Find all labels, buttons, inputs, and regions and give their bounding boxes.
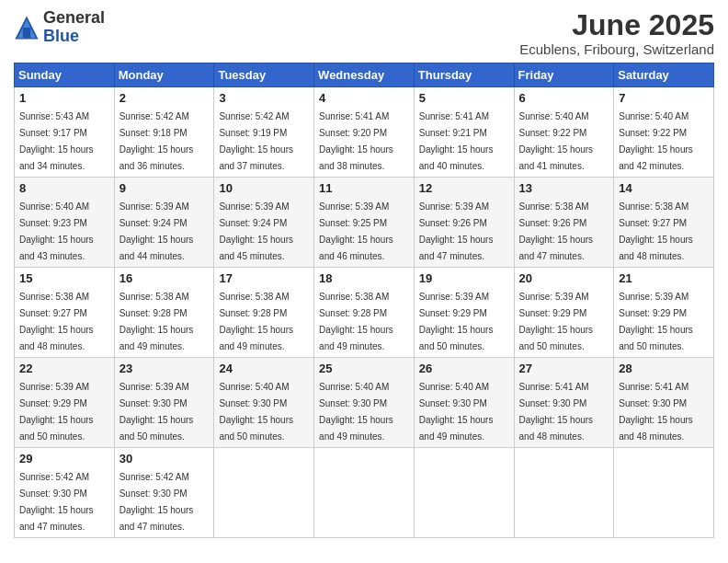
table-row: 30 Sunrise: 5:42 AMSunset: 9:30 PMDaylig… <box>114 448 214 538</box>
day-info: Sunrise: 5:42 AMSunset: 9:19 PMDaylight:… <box>219 111 293 171</box>
logo-text: General Blue <box>43 9 105 46</box>
day-number: 17 <box>219 271 309 285</box>
calendar-week-row: 15 Sunrise: 5:38 AMSunset: 9:27 PMDaylig… <box>15 268 714 358</box>
table-row <box>314 448 415 538</box>
table-row: 6 Sunrise: 5:40 AMSunset: 9:22 PMDayligh… <box>514 87 614 178</box>
day-info: Sunrise: 5:41 AMSunset: 9:30 PMDaylight:… <box>519 382 594 442</box>
day-info: Sunrise: 5:38 AMSunset: 9:27 PMDaylight:… <box>619 201 693 261</box>
day-number: 16 <box>119 271 210 285</box>
day-number: 11 <box>319 181 409 195</box>
header: General Blue June 2025 Ecublens, Fribour… <box>14 9 714 57</box>
day-number: 22 <box>19 362 109 375</box>
day-number: 14 <box>619 181 709 195</box>
title-area: June 2025 Ecublens, Fribourg, Switzerlan… <box>519 9 714 57</box>
table-row: 13 Sunrise: 5:38 AMSunset: 9:26 PMDaylig… <box>514 178 614 268</box>
day-info: Sunrise: 5:39 AMSunset: 9:29 PMDaylight:… <box>619 292 693 351</box>
day-number: 7 <box>619 91 709 105</box>
calendar-week-row: 22 Sunrise: 5:39 AMSunset: 9:29 PMDaylig… <box>15 358 714 448</box>
table-row: 15 Sunrise: 5:38 AMSunset: 9:27 PMDaylig… <box>15 268 115 358</box>
table-row: 16 Sunrise: 5:38 AMSunset: 9:28 PMDaylig… <box>114 268 214 358</box>
table-row <box>514 448 614 538</box>
calendar-header-row: Sunday Monday Tuesday Wednesday Thursday… <box>15 63 714 87</box>
col-thursday: Thursday <box>414 63 514 87</box>
table-row: 18 Sunrise: 5:38 AMSunset: 9:28 PMDaylig… <box>314 268 415 358</box>
day-number: 20 <box>519 271 609 285</box>
logo-general-text: General <box>43 9 105 28</box>
day-number: 21 <box>619 271 709 285</box>
table-row: 5 Sunrise: 5:41 AMSunset: 9:21 PMDayligh… <box>414 87 514 178</box>
table-row <box>214 448 314 538</box>
table-row: 26 Sunrise: 5:40 AMSunset: 9:30 PMDaylig… <box>414 358 514 448</box>
table-row: 2 Sunrise: 5:42 AMSunset: 9:18 PMDayligh… <box>114 87 214 178</box>
day-number: 25 <box>319 362 409 375</box>
table-row <box>614 448 714 538</box>
day-info: Sunrise: 5:38 AMSunset: 9:28 PMDaylight:… <box>219 292 293 351</box>
day-number: 19 <box>419 271 509 285</box>
table-row: 22 Sunrise: 5:39 AMSunset: 9:29 PMDaylig… <box>15 358 115 448</box>
day-info: Sunrise: 5:40 AMSunset: 9:30 PMDaylight:… <box>419 382 494 442</box>
logo-blue-text: Blue <box>43 28 105 46</box>
day-number: 24 <box>219 362 309 375</box>
col-wednesday: Wednesday <box>314 63 415 87</box>
day-info: Sunrise: 5:38 AMSunset: 9:28 PMDaylight:… <box>119 292 194 351</box>
day-number: 10 <box>219 181 309 195</box>
day-number: 2 <box>119 91 210 105</box>
day-info: Sunrise: 5:41 AMSunset: 9:20 PMDaylight:… <box>319 111 393 171</box>
day-number: 18 <box>319 271 409 285</box>
table-row <box>414 448 514 538</box>
day-number: 5 <box>419 91 509 105</box>
col-friday: Friday <box>514 63 614 87</box>
day-info: Sunrise: 5:39 AMSunset: 9:24 PMDaylight:… <box>219 201 293 261</box>
table-row: 4 Sunrise: 5:41 AMSunset: 9:20 PMDayligh… <box>314 87 415 178</box>
day-info: Sunrise: 5:40 AMSunset: 9:30 PMDaylight:… <box>219 382 293 442</box>
logo: General Blue <box>14 9 105 46</box>
calendar-table: Sunday Monday Tuesday Wednesday Thursday… <box>14 63 714 538</box>
table-row: 1 Sunrise: 5:43 AMSunset: 9:17 PMDayligh… <box>15 87 115 178</box>
day-number: 8 <box>19 181 109 195</box>
day-number: 23 <box>119 362 210 375</box>
table-row: 27 Sunrise: 5:41 AMSunset: 9:30 PMDaylig… <box>514 358 614 448</box>
month-title: June 2025 <box>519 9 714 41</box>
day-info: Sunrise: 5:38 AMSunset: 9:28 PMDaylight:… <box>319 292 393 351</box>
day-info: Sunrise: 5:40 AMSunset: 9:30 PMDaylight:… <box>319 382 393 442</box>
day-info: Sunrise: 5:40 AMSunset: 9:23 PMDaylight:… <box>19 201 94 261</box>
table-row: 23 Sunrise: 5:39 AMSunset: 9:30 PMDaylig… <box>114 358 214 448</box>
day-info: Sunrise: 5:39 AMSunset: 9:29 PMDaylight:… <box>19 382 94 442</box>
day-info: Sunrise: 5:40 AMSunset: 9:22 PMDaylight:… <box>619 111 693 171</box>
day-info: Sunrise: 5:39 AMSunset: 9:29 PMDaylight:… <box>419 292 494 351</box>
day-number: 29 <box>19 452 109 465</box>
location-title: Ecublens, Fribourg, Switzerland <box>519 41 714 57</box>
calendar-week-row: 1 Sunrise: 5:43 AMSunset: 9:17 PMDayligh… <box>15 87 714 178</box>
table-row: 28 Sunrise: 5:41 AMSunset: 9:30 PMDaylig… <box>614 358 714 448</box>
day-number: 6 <box>519 91 609 105</box>
table-row: 19 Sunrise: 5:39 AMSunset: 9:29 PMDaylig… <box>414 268 514 358</box>
day-info: Sunrise: 5:39 AMSunset: 9:24 PMDaylight:… <box>119 201 194 261</box>
day-number: 1 <box>19 91 109 105</box>
table-row: 3 Sunrise: 5:42 AMSunset: 9:19 PMDayligh… <box>214 87 314 178</box>
day-info: Sunrise: 5:42 AMSunset: 9:30 PMDaylight:… <box>119 472 194 532</box>
table-row: 11 Sunrise: 5:39 AMSunset: 9:25 PMDaylig… <box>314 178 415 268</box>
calendar-week-row: 8 Sunrise: 5:40 AMSunset: 9:23 PMDayligh… <box>15 178 714 268</box>
day-info: Sunrise: 5:39 AMSunset: 9:25 PMDaylight:… <box>319 201 393 261</box>
day-info: Sunrise: 5:40 AMSunset: 9:22 PMDaylight:… <box>519 111 594 171</box>
day-number: 12 <box>419 181 509 195</box>
day-info: Sunrise: 5:41 AMSunset: 9:30 PMDaylight:… <box>619 382 693 442</box>
day-number: 13 <box>519 181 609 195</box>
day-number: 3 <box>219 91 309 105</box>
table-row: 14 Sunrise: 5:38 AMSunset: 9:27 PMDaylig… <box>614 178 714 268</box>
day-number: 15 <box>19 271 109 285</box>
day-info: Sunrise: 5:38 AMSunset: 9:27 PMDaylight:… <box>19 292 94 351</box>
day-info: Sunrise: 5:39 AMSunset: 9:26 PMDaylight:… <box>419 201 494 261</box>
table-row: 29 Sunrise: 5:42 AMSunset: 9:30 PMDaylig… <box>15 448 115 538</box>
day-info: Sunrise: 5:42 AMSunset: 9:18 PMDaylight:… <box>119 111 194 171</box>
col-sunday: Sunday <box>15 63 115 87</box>
table-row: 21 Sunrise: 5:39 AMSunset: 9:29 PMDaylig… <box>614 268 714 358</box>
day-number: 9 <box>119 181 210 195</box>
svg-rect-2 <box>23 28 30 38</box>
col-saturday: Saturday <box>614 63 714 87</box>
day-info: Sunrise: 5:38 AMSunset: 9:26 PMDaylight:… <box>519 201 594 261</box>
day-number: 4 <box>319 91 409 105</box>
page: General Blue June 2025 Ecublens, Fribour… <box>0 0 728 552</box>
table-row: 9 Sunrise: 5:39 AMSunset: 9:24 PMDayligh… <box>114 178 214 268</box>
day-number: 26 <box>419 362 509 375</box>
